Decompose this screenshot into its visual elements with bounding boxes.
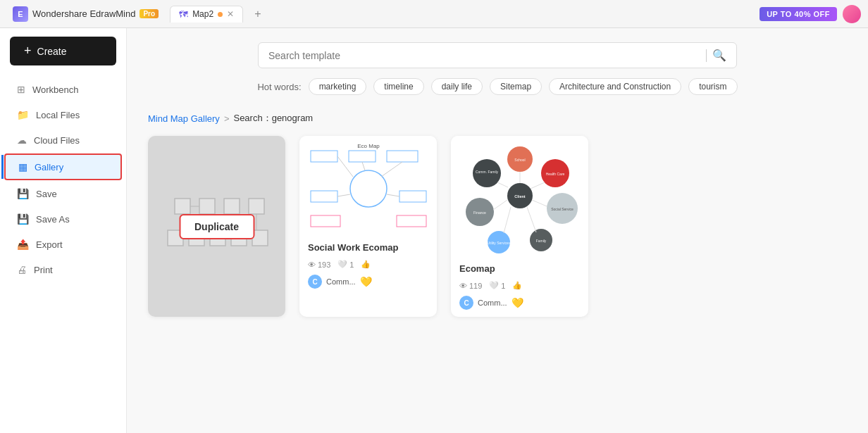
- ecomap-svg: Eco Map: [305, 138, 432, 233]
- card-thumbnail: Duplicate: [148, 136, 285, 317]
- svg-line-24: [362, 162, 365, 170]
- hot-tag-architecture[interactable]: Architecture and Construction: [549, 78, 681, 95]
- view-count: 👁 193: [308, 261, 330, 269]
- app-logo-icon: E: [13, 6, 28, 22]
- svg-point-15: [350, 170, 387, 207]
- thumb-icon: 👍: [361, 260, 371, 269]
- save-icon: 💾: [17, 188, 29, 199]
- breadcrumb-current: Search：genogram: [233, 112, 313, 125]
- sidebar-item-local-files[interactable]: 📁 Local Files: [4, 103, 122, 127]
- svg-rect-22: [397, 215, 426, 227]
- like-number: 1: [349, 261, 354, 269]
- svg-rect-19: [311, 191, 337, 202]
- card-title: Social Work Ecomap: [308, 241, 428, 254]
- svg-line-41: [493, 200, 507, 210]
- svg-line-40: [504, 207, 511, 233]
- svg-line-38: [532, 200, 547, 206]
- sidebar-item-gallery[interactable]: ▦ Gallery: [4, 153, 122, 180]
- export-icon: 📤: [17, 239, 29, 250]
- sidebar-item-label: Cloud Files: [34, 135, 80, 146]
- svg-text:Utility Services: Utility Services: [487, 241, 510, 245]
- author-avatar: C: [308, 275, 322, 289]
- content-area: 🔍 Hot words: marketing timeline daily li…: [127, 28, 868, 433]
- create-plus-icon: +: [24, 44, 32, 58]
- hot-tag-sitemap[interactable]: Sitemap: [490, 78, 542, 95]
- hot-tag-timeline[interactable]: timeline: [373, 78, 423, 95]
- view-count: 👁 119: [459, 282, 482, 290]
- hot-words: Hot words: marketing timeline daily life…: [257, 78, 737, 95]
- sidebar-item-export[interactable]: 📤 Export: [4, 232, 122, 256]
- svg-rect-20: [399, 191, 426, 202]
- card-family-genogram[interactable]: Duplicate Family Genogram of Cameron Sta…: [148, 136, 285, 317]
- sidebar-item-print[interactable]: 🖨 Print: [4, 258, 122, 282]
- tab-name: Map2: [192, 9, 213, 19]
- svg-line-27: [387, 194, 399, 196]
- premium-badge: 💛: [512, 297, 523, 308]
- tab-close-icon[interactable]: ✕: [227, 9, 234, 19]
- workbench-icon: ⊞: [17, 84, 25, 95]
- sidebar-item-label: Gallery: [35, 162, 63, 172]
- svg-rect-17: [349, 151, 376, 162]
- svg-text:Comm. Family: Comm. Family: [475, 170, 498, 174]
- app-logo[interactable]: E Wondershare EdrawMind Pro: [7, 6, 164, 22]
- card-stats: 👁 193 🤍 1 👍: [308, 260, 428, 269]
- sidebar-item-workbench[interactable]: ⊞ Workbench: [4, 77, 122, 101]
- thumb-count: 👍: [361, 260, 371, 269]
- sidebar-item-save[interactable]: 💾 Save: [4, 182, 122, 206]
- card-thumbnail: Eco Map: [299, 136, 437, 234]
- view-number: 119: [469, 282, 482, 290]
- card-social-work-ecomap[interactable]: Eco Map: [299, 136, 437, 317]
- gallery-icon: ▦: [18, 161, 27, 172]
- duplicate-button[interactable]: Duplicate: [179, 214, 254, 239]
- like-count: 🤍 1: [489, 281, 505, 290]
- eye-icon: 👁: [308, 261, 316, 269]
- author-avatar: C: [459, 296, 473, 310]
- sidebar-item-label: Save As: [36, 214, 70, 225]
- tab-unsaved-dot: [218, 12, 223, 17]
- gallery-grid: Duplicate Family Genogram of Cameron Sta…: [148, 136, 847, 317]
- svg-line-42: [497, 182, 508, 187]
- pro-badge: Pro: [140, 9, 159, 18]
- breadcrumb-gallery-link[interactable]: Mind Map Gallery: [148, 113, 220, 124]
- view-number: 193: [318, 261, 330, 269]
- svg-line-26: [337, 194, 350, 196]
- author-name: Comm...: [478, 299, 507, 307]
- search-bar[interactable]: 🔍: [258, 42, 737, 68]
- card-title: Ecomap: [459, 263, 580, 275]
- search-icon[interactable]: 🔍: [712, 49, 726, 62]
- svg-line-25: [381, 162, 402, 177]
- like-count: 🤍 1: [337, 260, 354, 269]
- thumb-count: 👍: [512, 281, 522, 290]
- card-thumbnail: Client School Health Care Social Service…: [451, 136, 588, 256]
- heart-icon: 🤍: [489, 281, 499, 290]
- new-tab-button[interactable]: +: [249, 5, 266, 23]
- hot-label: Hot words:: [257, 82, 301, 92]
- search-divider: [706, 49, 707, 62]
- create-button[interactable]: + Create: [10, 37, 116, 65]
- save-as-icon: 💾: [17, 213, 29, 225]
- hot-tag-daily-life[interactable]: daily life: [431, 78, 483, 95]
- svg-rect-18: [387, 151, 418, 162]
- local-files-icon: 📁: [17, 109, 29, 120]
- svg-line-39: [527, 207, 536, 232]
- app-name: Wondershare EdrawMind: [32, 8, 135, 19]
- create-label: Create: [37, 46, 67, 57]
- promo-button[interactable]: UP TO 40% OFF: [760, 7, 837, 21]
- card-ecomap[interactable]: Client School Health Care Social Service…: [451, 136, 588, 317]
- active-tab[interactable]: 🗺 Map2 ✕: [170, 6, 243, 23]
- sidebar-item-cloud-files[interactable]: ☁ Cloud Files: [4, 128, 122, 152]
- hot-tag-tourism[interactable]: tourism: [688, 78, 737, 95]
- breadcrumb-separator: >: [224, 113, 230, 124]
- svg-text:Family: Family: [535, 239, 546, 243]
- sidebar-item-save-as[interactable]: 💾 Save As: [4, 207, 122, 231]
- user-avatar[interactable]: [843, 5, 861, 23]
- hot-tag-marketing[interactable]: marketing: [309, 78, 367, 95]
- premium-badge: 💛: [360, 276, 372, 287]
- like-number: 1: [501, 282, 505, 290]
- eye-icon: 👁: [459, 282, 467, 290]
- svg-text:Health Care: Health Care: [545, 172, 564, 176]
- sidebar-item-label: Save: [36, 189, 57, 199]
- search-input[interactable]: [268, 50, 700, 61]
- sidebar-item-label: Workbench: [32, 84, 79, 95]
- print-icon: 🖨: [17, 264, 27, 275]
